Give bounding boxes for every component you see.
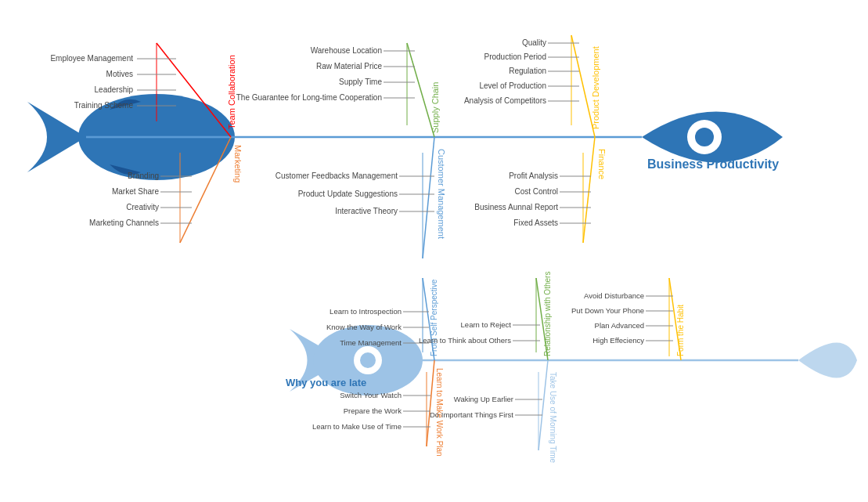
text-interactive: Interactive Theory bbox=[335, 207, 398, 215]
bone-custmgmt bbox=[423, 137, 434, 258]
label-morningtime: Take Use of Morning Time bbox=[549, 372, 557, 464]
text-leadership: Leadership bbox=[95, 85, 134, 94]
label-custmgmt: Customer Management bbox=[437, 149, 446, 239]
text-supplytime: Supply Time bbox=[339, 78, 382, 86]
text-fixedassets: Fixed Assets bbox=[513, 218, 558, 227]
text-creativity: Creativity bbox=[126, 203, 159, 211]
text-quality: Quality bbox=[522, 38, 546, 47]
text-makeuseoftime: Learn to Make Use of Time bbox=[312, 422, 402, 431]
label-selfperspective: From Self Perspective bbox=[430, 279, 438, 356]
text-custfeedback: Customer Feedbacks Management bbox=[276, 172, 398, 180]
text-reject: Learn to Reject bbox=[461, 320, 512, 329]
fish-eye-pupil-1 bbox=[695, 128, 714, 146]
text-mktchannels: Marketing Channels bbox=[89, 218, 159, 227]
text-costctrl: Cost Control bbox=[514, 187, 558, 196]
text-profit: Profit Analysis bbox=[509, 172, 558, 180]
text-higheff: High Effeciency bbox=[592, 336, 644, 345]
text-timemgmt: Time Management bbox=[340, 338, 402, 347]
text-competitors: Analysis of Competitors bbox=[464, 96, 546, 105]
text-regulation: Regulation bbox=[509, 67, 546, 75]
text-rawmat: Raw Material Price bbox=[316, 62, 382, 70]
label-finance: Finance bbox=[597, 149, 607, 179]
diagram2-title: Why you are late bbox=[286, 377, 366, 388]
fish-tail-1 bbox=[27, 102, 86, 172]
text-planadvanced: Plan Advanced bbox=[595, 321, 644, 330]
fish-head-2 bbox=[798, 343, 857, 378]
label-proddev: Product Development bbox=[591, 46, 600, 129]
text-warehouse: Warehouse Location bbox=[311, 46, 382, 55]
label-supply: Supply Chain bbox=[430, 82, 440, 133]
bone-morningtime bbox=[538, 360, 548, 450]
fish-eye-pupil-2 bbox=[360, 352, 376, 368]
text-marketshare: Market Share bbox=[112, 187, 159, 196]
bone-finance bbox=[583, 137, 595, 243]
text-branding: Branding bbox=[128, 172, 159, 180]
text-introspection: Learn to Introspection bbox=[330, 307, 402, 316]
label-team-collab: Team Collaboration bbox=[227, 55, 236, 129]
text-levelofprod: Level of Production bbox=[479, 81, 546, 90]
text-prodsuggest: Product Update Suggestions bbox=[298, 190, 398, 198]
diagram1-title: Business Productivity bbox=[647, 157, 779, 171]
text-wakeup: Waking Up Earlier bbox=[454, 395, 513, 403]
label-relationship: Relationship with Others bbox=[543, 272, 552, 356]
text-wayofwork: Know the Way of Work bbox=[326, 323, 402, 331]
text-training: Training Scheme bbox=[74, 101, 134, 110]
text-prodperiod: Production Period bbox=[484, 52, 547, 61]
label-marketing: Marketing bbox=[233, 145, 243, 182]
fishbone-diagram: Business Productivity Team Collaboration… bbox=[0, 0, 868, 502]
text-motives: Motives bbox=[106, 70, 133, 78]
text-switchwatch: Switch Your Watch bbox=[340, 391, 402, 399]
text-thinkothers: Learn to Think about Others bbox=[419, 336, 511, 345]
bone-workplan bbox=[427, 360, 434, 446]
text-emp-mgmt: Employee Management bbox=[50, 54, 133, 63]
text-putdownphone: Put Down Your Phone bbox=[571, 306, 644, 315]
text-preparework: Prepare the Work bbox=[344, 406, 402, 415]
text-importantfirst: Do Important Things First bbox=[430, 410, 513, 419]
text-guarantee: The Guarantee for Long-time Cooperation bbox=[236, 93, 382, 102]
text-biz-report: Business Aunnal Report bbox=[474, 203, 558, 211]
label-formhabit: Form the Habit bbox=[676, 305, 685, 356]
text-avoiddisturb: Avoid Disturbance bbox=[584, 291, 644, 300]
